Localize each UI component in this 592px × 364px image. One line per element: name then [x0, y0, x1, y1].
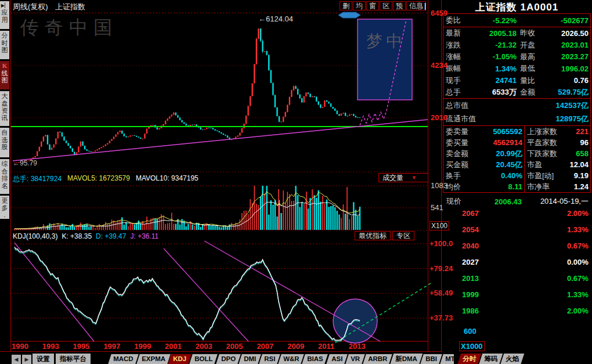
indicator-tab-DMI[interactable]: DMI [239, 354, 261, 364]
quote-label: 总手 [443, 87, 475, 98]
kdj-axis-label: +100.0 [429, 239, 453, 248]
year-label: 1997 [103, 342, 120, 351]
sidebar-item-char: 合 [0, 168, 9, 175]
intraday-right-axis-label: 2.00% [567, 209, 589, 218]
indicator-tab-BOLL[interactable]: BOLL [190, 354, 218, 364]
intraday-right-axis-label: 1.33% [567, 290, 589, 299]
sidebar-item-6[interactable]: 综合排名 [0, 159, 9, 194]
quote-label: 最低 [517, 63, 556, 74]
quote-value: 2026.50 [556, 29, 590, 38]
toolbar-tab-设置[interactable]: 设置 [33, 354, 54, 364]
quote-label: 金额 [517, 87, 556, 98]
indicator-tab-新DMA[interactable]: 新DMA [390, 354, 423, 364]
sidebar-item-3[interactable]: K线图 [0, 61, 9, 89]
sidebar-item-1[interactable]: ▶▏应用 [0, 1, 9, 29]
header-button-2[interactable]: 均 [353, 1, 366, 10]
quote-value: 5065592 [478, 127, 522, 136]
indicator-tab-MACD[interactable]: MACD [108, 354, 138, 364]
quote-label: 现手 [443, 75, 475, 86]
view-tab-筹码[interactable]: 筹码 [479, 354, 503, 364]
quote-label: 上涨家数 [522, 127, 565, 137]
indicator-tab-ASI[interactable]: ASI [326, 354, 348, 364]
indicator-tab-RSI[interactable]: RSI [259, 354, 280, 364]
scroll-right-icon[interactable]: ▶ [22, 355, 31, 364]
sidebar-item-5[interactable]: 自选股 [0, 128, 9, 157]
sidebar-item-char: 选 [0, 136, 9, 144]
quote-row: 涨跌-21.32开盘2023.01 [443, 39, 590, 51]
intraday-left-axis-label: 1999 [458, 290, 479, 299]
quote-value: 221 [565, 127, 590, 136]
low-price-label: ←95.79 [13, 159, 37, 167]
indicator-tab-ARBR[interactable]: ARBR [363, 354, 392, 364]
indicator-tab-KDJ[interactable]: KDJ [168, 354, 192, 364]
intraday-left-axis-label: 2054 [458, 225, 479, 234]
quote-value: -21.32 [475, 41, 517, 49]
quote-label: 昨收 [517, 28, 556, 38]
year-label: 2011 [318, 342, 334, 351]
quote-row: 均价8.11市净率1.24 [443, 181, 590, 192]
quote-value: 529.75亿 [556, 87, 590, 98]
indicator-tab-BIAS[interactable]: BIAS [302, 354, 329, 364]
quote-row: 现手24741量比0.76 [443, 75, 590, 87]
sidebar-item-char: 图 [0, 77, 9, 84]
scroll-left-icon[interactable]: ◀ [12, 355, 21, 364]
quote-row: 委卖量5065592上涨家数221 [443, 126, 590, 137]
quote-label: 换手 [443, 171, 478, 181]
quote-label: 最高 [517, 52, 556, 62]
sidebar-item-char: 讯 [0, 114, 9, 122]
quote-label: 最新 [443, 28, 475, 38]
dropdown-caret-icon: ▼ [411, 174, 417, 182]
view-tab-火焰[interactable]: 火焰 [500, 354, 524, 364]
quote-row: 涨幅-1.05%最高2023.27 [443, 51, 590, 63]
quote-label: 卖金额 [443, 149, 478, 159]
trading-terminal: 传奇中国 梦中 ←6124.04 ←95.79 ▶▏应用分时图K线图大盘资讯自选… [0, 0, 592, 364]
quote-row: 流通市值128975亿 [443, 112, 590, 125]
header-button-3[interactable]: 窗 [366, 1, 379, 10]
kdj-axis-label: +58.49 [429, 289, 453, 297]
kdj-button-2[interactable]: 专区 [392, 231, 414, 240]
volume-axis-label: 1083 [431, 181, 447, 190]
header-button-4[interactable]: 区 [380, 1, 392, 10]
bottom-toolbar: ◀▶设置指标平台MACDEXPMAKDJBOLLDPODMIRSIW&RBIAS… [0, 352, 592, 364]
quote-label: 涨跌 [443, 40, 475, 51]
sidebar-item-char: 大 [0, 92, 9, 100]
quote-value: 20.45亿 [478, 160, 522, 170]
header-button-1[interactable]: 删 [340, 1, 352, 10]
quote-value: 2005.18 [475, 29, 517, 38]
collapse-arrow-icon[interactable]: →| [417, 2, 426, 10]
year-label: 1990 [12, 342, 28, 351]
indicator-tab-MTM[interactable]: MTM [440, 354, 454, 364]
volume-scale-label: X100 [429, 221, 449, 230]
current-price-label: 现价 [444, 196, 475, 207]
intraday-right-axis-label: 0.00% [567, 258, 589, 266]
sidebar-item-char: 多 [0, 204, 9, 212]
sidebar-item-char: 图 [0, 46, 9, 54]
indicator-tab-EXPMA[interactable]: EXPMA [136, 354, 170, 364]
view-tab-分时[interactable]: 分时 [457, 354, 481, 364]
year-label: 2009 [287, 342, 304, 351]
kdj-axis-label: +79.24 [429, 264, 453, 273]
quote-label: 买金额 [443, 160, 478, 170]
sidebar-item-7[interactable]: 更多. [0, 196, 9, 219]
indicator-tab-VR[interactable]: VR [345, 354, 365, 364]
indicator-tab-DPO[interactable]: DPO [216, 354, 240, 364]
weibi-row: 委比-5.22%-502677 [443, 14, 590, 27]
volume-type-dropdown[interactable]: 成交量 ▼ [378, 173, 428, 182]
indicator-tab-BBI[interactable]: BBI [420, 354, 442, 364]
sidebar-item-2[interactable]: 分时图 [0, 31, 9, 59]
header-button-5[interactable]: 预 [393, 1, 406, 10]
date-label: 2014-05-19,一 [522, 196, 590, 207]
quote-value: 2023.01 [556, 41, 590, 49]
quote-row: 卖金额20.99亿下跌家数658 [443, 148, 590, 159]
sidebar-item-char: 时 [0, 39, 9, 47]
quote-label: 总市值 [443, 100, 498, 111]
kdj-button-1[interactable]: 最优指标 [355, 231, 391, 240]
chart-header-buttons: 删均窗区预信息 [340, 1, 427, 10]
indicator-tab-W&R[interactable]: W&R [278, 354, 304, 364]
quote-row: 总市值142537亿 [443, 99, 590, 112]
kdj-axis-label: +37.73 [429, 313, 453, 322]
kdj-pane-header: KDJ(100,40,3) K: +38.35 D: +39.47 J: +36… [13, 232, 158, 240]
sidebar-item-4[interactable]: 大盘资讯 [0, 91, 9, 126]
toolbar-tab-指标平台[interactable]: 指标平台 [56, 354, 91, 364]
weibi-label: 委比 [443, 15, 475, 26]
